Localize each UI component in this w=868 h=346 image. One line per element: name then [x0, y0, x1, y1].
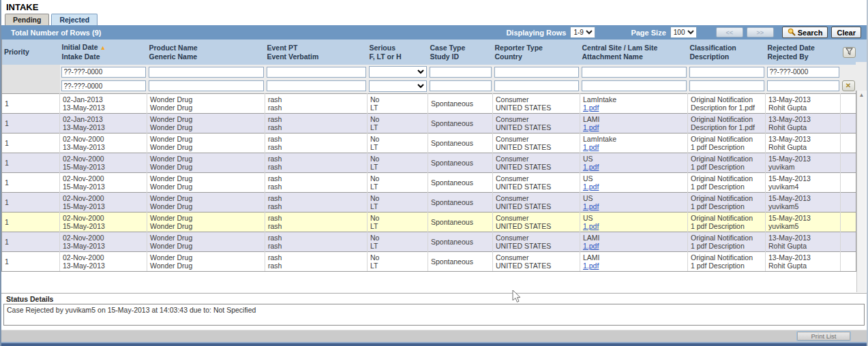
cell-rejected: 13-May-2013Rohit Gupta — [766, 113, 841, 133]
cell-priority: 1 — [2, 232, 60, 251]
cell-rejected: 13-May-2013Rohit Gupta — [766, 251, 841, 271]
cell-dates: 02-Nov-200015-May-2013 — [60, 172, 147, 192]
search-button-label: Search — [798, 29, 823, 37]
attachment-link[interactable]: 1.pdf — [583, 104, 599, 112]
next-page-button[interactable]: >> — [747, 27, 774, 37]
cell-event: rashrash — [265, 212, 368, 232]
filter-reporter-input-2[interactable] — [494, 80, 579, 91]
filter-initial-date-input-2[interactable] — [61, 80, 146, 91]
column-header-priority[interactable]: Priority — [2, 40, 60, 65]
column-header-product-name[interactable]: Product NameGeneric Name — [147, 40, 265, 65]
column-header-serious[interactable]: SeriousF, LT or H — [368, 40, 428, 65]
cell-event: rashrash — [265, 232, 368, 251]
filter-priority-cell-2 — [2, 79, 60, 93]
cell-reporter: ConsumerUNITED STATES — [493, 212, 580, 232]
clear-button[interactable]: Clear — [831, 27, 861, 38]
status-details-title: Status Details — [1, 294, 867, 304]
table-row[interactable]: 102-Nov-200013-May-2013Wonder DrugWonder… — [2, 133, 856, 153]
filter-serious-select-1[interactable] — [369, 66, 427, 78]
cell-rejected: 13-May-2013Rohit Gupta — [766, 133, 841, 153]
attachment-link[interactable]: 1.pdf — [583, 262, 599, 270]
cell-rejected: 15-May-2013yuvikam4 — [766, 172, 841, 192]
column-header-case-type[interactable]: Case TypeStudy ID — [428, 40, 493, 65]
filter-product-input-2[interactable] — [149, 80, 264, 91]
search-button[interactable]: Search — [782, 27, 828, 38]
table-row[interactable]: 102-Nov-200015-May-2013Wonder DrugWonder… — [2, 153, 856, 172]
cell-case-type: Spontaneous — [428, 251, 493, 271]
column-header-classification[interactable]: ClassificationDescription — [688, 40, 766, 65]
filter-initial-date-input-1[interactable] — [61, 67, 146, 78]
cell-dates: 02-Jan-201313-May-2013 — [60, 93, 147, 113]
table-row[interactable]: 102-Nov-200013-May-2013Wonder DrugWonder… — [2, 232, 856, 251]
filter-site-input-1[interactable] — [582, 67, 687, 78]
table-row[interactable]: 102-Nov-200015-May-2013Wonder DrugWonder… — [2, 192, 856, 212]
attachment-link[interactable]: 1.pdf — [583, 163, 599, 171]
cell-serious: NoLT — [368, 212, 428, 232]
cell-classification: Original NotificationDescription for 1.p… — [688, 113, 766, 133]
attachment-link[interactable]: 1.pdf — [583, 143, 599, 151]
cell-case-type: Spontaneous — [428, 93, 493, 113]
filter-rejected-date-input-1[interactable] — [767, 67, 839, 78]
displaying-rows-select[interactable]: 1-9 — [570, 27, 595, 38]
cell-case-type: Spontaneous — [428, 232, 493, 251]
cell-rejected: 15-May-2013yuvikam — [766, 153, 841, 172]
filter-classification-input-1[interactable] — [689, 67, 764, 78]
scroll-up-icon[interactable]: ▲ — [857, 91, 866, 99]
filter-event-input-1[interactable] — [267, 67, 366, 78]
cell-rejected: 15-May-2013yuvikam5 — [766, 192, 841, 212]
attachment-link[interactable]: 1.pdf — [583, 242, 599, 250]
cell-reporter: ConsumerUNITED STATES — [493, 113, 580, 133]
table-row[interactable]: 102-Nov-200015-May-2013Wonder DrugWonder… — [2, 212, 856, 232]
cell-event: rashrash — [265, 133, 368, 153]
vertical-scrollbar[interactable]: ▲ — [856, 91, 866, 292]
filter-case-type-input-1[interactable] — [430, 67, 492, 78]
filter-classification-input-2[interactable] — [689, 80, 764, 91]
cell-serious: NoLT — [368, 172, 428, 192]
table-row[interactable]: 102-Nov-200013-May-2013Wonder DrugWonder… — [2, 251, 856, 271]
cell-serious: NoLT — [368, 251, 428, 271]
sort-ascending-icon: ▲ — [100, 44, 106, 51]
column-header-reporter-type[interactable]: Reporter TypeCountry — [493, 40, 580, 65]
cell-rejected: 13-May-2013Rohit Gupta — [766, 232, 841, 251]
attachment-link[interactable]: 1.pdf — [583, 183, 599, 191]
table-row[interactable]: 102-Nov-200015-May-2013Wonder DrugWonder… — [2, 172, 856, 192]
cell-priority: 1 — [2, 153, 60, 172]
previous-page-button[interactable]: << — [716, 27, 743, 37]
column-header-event-pt[interactable]: Event PTEvent Verbatim — [265, 40, 368, 65]
cell-dates: 02-Nov-200015-May-2013 — [60, 192, 147, 212]
table-row[interactable]: 102-Jan-201313-May-2013Wonder DrugWonder… — [2, 113, 856, 133]
filter-event-input-2[interactable] — [267, 80, 366, 91]
cell-reporter: ConsumerUNITED STATES — [493, 192, 580, 212]
filter-rejected-date-input-2[interactable] — [767, 80, 839, 91]
cell-reporter: ConsumerUNITED STATES — [493, 153, 580, 172]
filter-reporter-input-1[interactable] — [494, 67, 579, 78]
tab-rejected[interactable]: Rejected — [51, 14, 98, 25]
filter-product-input-1[interactable] — [149, 67, 264, 78]
cell-priority: 1 — [2, 172, 60, 192]
filter-row-1 — [2, 65, 856, 79]
footer-bar: Print List — [1, 330, 867, 342]
cell-case-type: Spontaneous — [428, 172, 493, 192]
filter-funnel-icon — [845, 47, 853, 57]
print-list-button[interactable]: Print List — [797, 332, 850, 341]
filter-priority-cell-1 — [2, 65, 60, 79]
page-title: INTAKE — [1, 0, 867, 13]
column-header-central-site[interactable]: Central Site / Lam SiteAttachment Name — [580, 40, 688, 65]
cell-product: Wonder DrugWonder Drug — [147, 232, 265, 251]
cell-reporter: ConsumerUNITED STATES — [493, 172, 580, 192]
cell-case-type: Spontaneous — [428, 192, 493, 212]
filter-serious-select-2[interactable] — [369, 80, 427, 92]
attachment-link[interactable]: 1.pdf — [583, 222, 599, 230]
filter-site-input-2[interactable] — [582, 80, 687, 91]
filter-funnel-button[interactable] — [843, 47, 856, 58]
tab-pending[interactable]: Pending — [5, 14, 49, 25]
page-size-select[interactable]: 100 — [670, 27, 697, 38]
column-header-rejected-date[interactable]: Rejected DateRejected By — [766, 40, 841, 65]
filter-case-type-input-2[interactable] — [430, 80, 492, 91]
column-header-initial-date[interactable]: Initial Date ▲ Intake Date — [60, 40, 147, 65]
cell-classification: Original Notification1 pdf Description — [688, 192, 766, 212]
attachment-link[interactable]: 1.pdf — [583, 202, 599, 210]
attachment-link[interactable]: 1.pdf — [583, 123, 599, 131]
table-row[interactable]: 102-Jan-201313-May-2013Wonder DrugWonder… — [2, 93, 856, 113]
clear-filters-button[interactable]: ✕ — [842, 80, 855, 91]
